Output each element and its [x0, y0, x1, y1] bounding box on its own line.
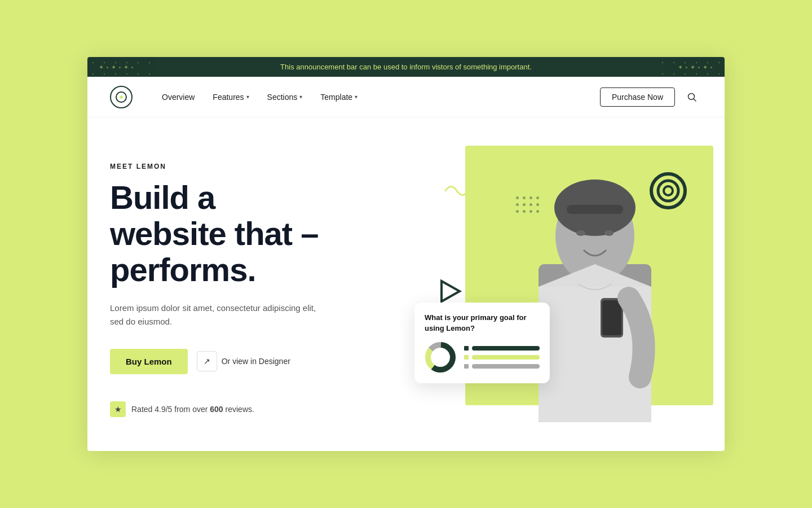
legend-item-2 — [464, 355, 540, 360]
hero-left: MEET LEMON Build a website that – perfor… — [110, 151, 403, 417]
svg-point-4 — [658, 181, 678, 201]
star-icon: ★ — [114, 405, 122, 414]
hero-section: MEET LEMON Build a website that – perfor… — [87, 117, 725, 450]
card-question: What is your primary goal for using Lemo… — [425, 313, 540, 333]
rating-text: Rated 4.9/5 from over 600 reviews. — [131, 405, 254, 414]
announcement-deco-right: ✦ ⋆ ✦ ⋆ ✦ ⋆ — [678, 63, 713, 71]
logo-inner — [116, 91, 127, 103]
nav-links: Overview Features ▾ Sections ▾ Template … — [155, 88, 600, 106]
donut-chart — [425, 341, 456, 373]
hero-headline: Build a website that – performs. — [110, 179, 403, 287]
nav-sections[interactable]: Sections ▾ — [261, 88, 310, 106]
template-chevron: ▾ — [355, 94, 358, 100]
features-chevron: ▾ — [246, 94, 249, 100]
sections-chevron: ▾ — [299, 94, 302, 100]
card-chart-area — [425, 341, 540, 373]
svg-rect-11 — [567, 205, 623, 214]
legend-bar-2 — [472, 355, 540, 360]
svg-point-0 — [689, 93, 695, 99]
purchase-button[interactable]: Purchase Now — [600, 87, 675, 107]
hero-cta: Buy Lemon ↗ Or view in Designer — [110, 349, 403, 374]
designer-link[interactable]: ↗ Or view in Designer — [197, 351, 290, 371]
svg-point-3 — [651, 174, 685, 208]
navigation: Overview Features ▾ Sections ▾ Template … — [87, 77, 725, 117]
announcement-deco-left: ✦ ⋆ ✦ ⋆ ✦ ⋆ — [99, 63, 134, 71]
arrow-icon-box: ↗ — [197, 351, 217, 371]
hero-eyebrow: MEET LEMON — [110, 163, 403, 170]
legend-bar-3 — [472, 364, 540, 369]
legend-item-1 — [464, 346, 540, 351]
search-icon — [687, 92, 697, 102]
legend-dot-3 — [464, 364, 469, 369]
nav-template[interactable]: Template ▾ — [314, 88, 364, 106]
search-button[interactable] — [682, 87, 702, 107]
nav-features[interactable]: Features ▾ — [206, 88, 255, 106]
logo-dot — [120, 95, 123, 99]
svg-point-5 — [664, 186, 673, 195]
hero-subtext: Lorem ipsum dolor sit amet, consectetur … — [110, 301, 324, 329]
designer-label: Or view in Designer — [222, 357, 290, 366]
legend-item-3 — [464, 364, 540, 369]
svg-rect-15 — [602, 300, 621, 335]
legend-dot-2 — [464, 355, 469, 360]
arrow-icon: ↗ — [204, 357, 210, 366]
svg-marker-2 — [442, 281, 460, 301]
logo[interactable] — [110, 86, 133, 108]
announcement-bar: ✦ ⋆ ✦ ⋆ ✦ ⋆ This announcement bar can be… — [87, 57, 725, 77]
squiggle-decoration — [443, 179, 476, 199]
legend-dot-1 — [464, 346, 469, 351]
nav-actions: Purchase Now — [600, 87, 702, 107]
floating-card: What is your primary goal for using Lemo… — [414, 303, 550, 383]
buy-button[interactable]: Buy Lemon — [110, 349, 188, 374]
card-legend — [464, 346, 540, 369]
announcement-text: This announcement bar can be used to inf… — [280, 63, 532, 71]
star-badge: ★ — [110, 401, 126, 417]
hero-rating: ★ Rated 4.9/5 from over 600 reviews. — [110, 401, 403, 417]
svg-line-1 — [694, 99, 696, 101]
legend-bar-1 — [472, 346, 540, 351]
nav-overview[interactable]: Overview — [155, 88, 201, 106]
hero-right: What is your primary goal for using Lemo… — [403, 151, 702, 417]
spiral-decoration — [646, 168, 691, 216]
svg-point-9 — [576, 230, 585, 236]
svg-point-10 — [604, 230, 614, 236]
deco-dots — [516, 196, 540, 213]
